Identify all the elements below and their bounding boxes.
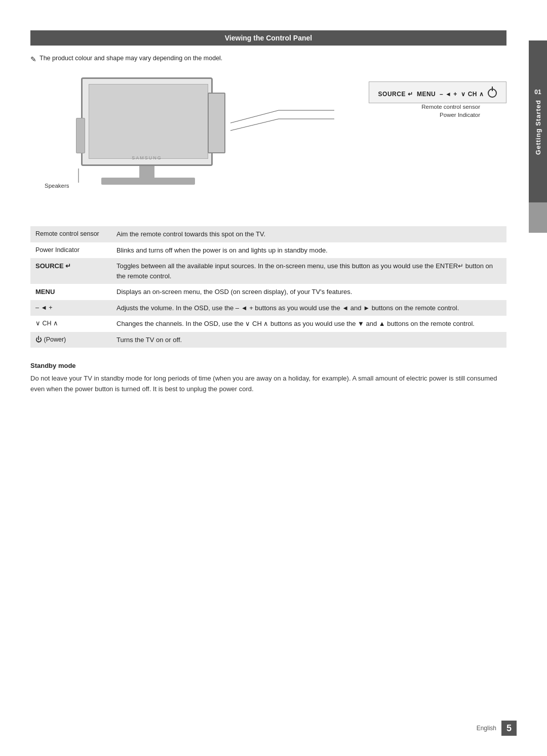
note-icon: ✎ <box>30 55 36 63</box>
table-row-description: Adjusts the volume. In the OSD, use the … <box>111 300 506 316</box>
tv-brand: SAMSUNG <box>132 155 162 160</box>
note-text: The product colour and shape may vary de… <box>40 55 222 62</box>
section-title: Getting Started <box>534 100 542 155</box>
table-row-label: Remote control sensor <box>30 226 111 242</box>
tv-illustration: SAMSUNG <box>61 77 233 194</box>
tv-side-panel <box>208 93 225 153</box>
callout-remote-sensor: Remote control sensor <box>421 104 480 110</box>
footer-language: English <box>477 725 496 732</box>
table-row-label: ∨ CH ∧ <box>30 316 111 332</box>
diagram-area: SAMSUNG SOURCE ↵ MENU – ◄ + ∨ CH ∧ <box>30 72 506 214</box>
standby-title: Standby mode <box>30 362 506 369</box>
table-row-description: Blinks and turns off when the power is o… <box>111 242 506 259</box>
table-row-label: – ◄ + <box>30 300 111 316</box>
svg-line-1 <box>230 119 279 131</box>
feature-table: Remote control sensorAim the remote cont… <box>30 226 506 348</box>
standby-section: Standby mode Do not leave your TV in sta… <box>30 362 506 395</box>
footer-page-number: 5 <box>501 721 517 736</box>
svg-line-0 <box>230 110 279 123</box>
callout-speakers: Speakers <box>45 183 69 189</box>
page-title: Viewing the Control Panel <box>30 30 506 46</box>
tv-speaker-left <box>76 118 85 153</box>
control-panel-box: SOURCE ↵ MENU – ◄ + ∨ CH ∧ <box>369 81 506 103</box>
tv-stand-neck <box>139 166 154 179</box>
standby-text: Do not leave your TV in standby mode for… <box>30 373 506 395</box>
table-row-label: ⏻ (Power) <box>30 332 111 348</box>
section-tab-bar <box>529 202 547 233</box>
table-row-label: SOURCE ↵ <box>30 258 111 284</box>
table-row-description: Toggles between all the available input … <box>111 258 506 284</box>
table-row-description: Turns the TV on or off. <box>111 332 506 348</box>
table-row-description: Changes the channels. In the OSD, use th… <box>111 316 506 332</box>
table-row-label: MENU <box>30 284 111 300</box>
tv-screen-inner <box>89 84 208 159</box>
callout-power-indicator: Power Indicator <box>440 112 480 118</box>
control-panel-text: SOURCE ↵ MENU – ◄ + ∨ CH ∧ <box>378 87 497 98</box>
tv-stand-base <box>101 178 195 185</box>
note-line: ✎ The product colour and shape may vary … <box>30 55 506 63</box>
table-row-description: Aim the remote control towards this spot… <box>111 226 506 242</box>
table-row-description: Displays an on-screen menu, the OSD (on … <box>111 284 506 300</box>
section-number: 01 <box>534 89 541 96</box>
section-tab: 01 Getting Started <box>529 40 547 202</box>
main-content: Viewing the Control Panel ✎ The product … <box>30 30 506 395</box>
footer: English 5 <box>477 721 517 736</box>
table-row-label: Power Indicator <box>30 242 111 259</box>
tv-screen-outer: SAMSUNG <box>81 77 213 166</box>
